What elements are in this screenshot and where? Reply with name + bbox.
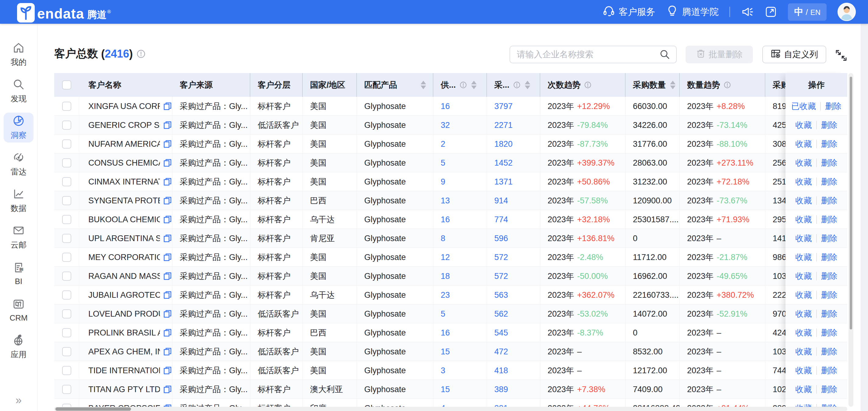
records-count-link[interactable]: 572 [487, 248, 540, 267]
delete-link[interactable]: 删除 [821, 289, 838, 301]
info-icon[interactable] [460, 81, 467, 89]
records-count-link[interactable]: 3797 [487, 97, 540, 116]
row-checkbox[interactable] [62, 385, 71, 394]
suppliers-count-link[interactable]: 32 [433, 116, 487, 134]
copy-icon[interactable] [163, 385, 172, 394]
records-count-link[interactable]: 1371 [487, 172, 540, 191]
delete-link[interactable]: 删除 [821, 138, 838, 150]
favorite-link[interactable]: 收藏 [796, 327, 812, 338]
sort-icon[interactable] [471, 81, 477, 89]
select-all-checkbox[interactable] [62, 81, 71, 90]
sidebar-item-cloudmail[interactable]: 云邮 [4, 222, 33, 252]
suppliers-count-link[interactable]: 12 [433, 248, 487, 267]
delete-link[interactable]: 删除 [821, 346, 838, 357]
copy-icon[interactable] [163, 290, 172, 299]
batch-delete-button[interactable]: 批量删除 [686, 46, 753, 63]
sidebar-item-crm[interactable]: CRM [4, 295, 33, 325]
delete-link[interactable]: 删除 [821, 252, 838, 263]
suppliers-count-link[interactable]: 2 [433, 134, 487, 153]
sort-icon[interactable] [421, 81, 426, 89]
suppliers-count-link[interactable]: 16 [433, 210, 487, 229]
sidebar-item-radar[interactable]: 雷达 [4, 149, 33, 179]
row-checkbox[interactable] [62, 215, 71, 224]
customer-name-cell[interactable]: CONSUS CHEMICAL [79, 153, 173, 172]
records-count-link[interactable]: 389 [487, 380, 540, 399]
suppliers-count-link[interactable]: 18 [433, 267, 487, 286]
records-count-link[interactable]: 572 [487, 267, 540, 286]
sidebar-item-discover[interactable]: 发现 [4, 76, 33, 106]
favorite-link[interactable]: 收藏 [796, 346, 812, 357]
copy-icon[interactable] [163, 102, 172, 111]
favorite-link[interactable]: 收藏 [796, 214, 812, 225]
row-checkbox[interactable] [62, 404, 71, 407]
row-checkbox[interactable] [62, 121, 71, 130]
suppliers-count-link[interactable]: 8 [433, 229, 487, 248]
suppliers-count-link[interactable]: 16 [433, 97, 487, 116]
records-count-link[interactable]: 914 [487, 191, 540, 210]
delete-link[interactable]: 删除 [821, 214, 838, 225]
copy-icon[interactable] [163, 309, 172, 318]
copy-icon[interactable] [163, 234, 172, 243]
collapse-table-icon[interactable] [835, 49, 848, 62]
delete-link[interactable]: 删除 [825, 101, 841, 112]
favorite-link[interactable]: 收藏 [796, 176, 812, 187]
copy-icon[interactable] [163, 328, 172, 337]
sidebar-item-my[interactable]: 我的 [4, 39, 33, 69]
records-count-link[interactable]: 545 [487, 323, 540, 342]
copy-icon[interactable] [163, 215, 172, 224]
nav-customer-service[interactable]: 客户服务 [603, 5, 655, 19]
customer-name-cell[interactable]: PROLINK BRASIL AG [79, 323, 173, 342]
favorite-link[interactable]: 收藏 [796, 233, 812, 244]
records-count-link[interactable]: 472 [487, 342, 540, 361]
records-count-link[interactable]: 562 [487, 305, 540, 323]
records-count-link[interactable]: 774 [487, 210, 540, 229]
suppliers-count-link[interactable]: 23 [433, 286, 487, 305]
favorite-link[interactable]: 收藏 [796, 157, 812, 168]
row-checkbox[interactable] [62, 328, 71, 337]
row-checkbox[interactable] [62, 366, 71, 375]
customer-name-cell[interactable]: XINGFA USA CORPO [79, 97, 173, 116]
records-count-link[interactable]: 1820 [487, 134, 540, 153]
favorite-link[interactable]: 收藏 [796, 120, 812, 131]
suppliers-count-link[interactable]: 3 [433, 361, 487, 380]
language-toggle[interactable]: 中 / EN [788, 3, 827, 21]
row-checkbox[interactable] [62, 272, 71, 281]
horizontal-scrollbar-thumb[interactable] [56, 407, 131, 411]
suppliers-count-link[interactable]: 9 [433, 172, 487, 191]
sidebar-collapse-chevrons[interactable]: » [0, 394, 37, 407]
row-checkbox[interactable] [62, 347, 71, 356]
sidebar-item-apps[interactable]: 应用 [4, 332, 33, 362]
custom-columns-button[interactable]: 自定义列 [762, 46, 826, 63]
copy-icon[interactable] [163, 404, 172, 407]
favorite-link[interactable]: 已收藏 [791, 101, 816, 112]
delete-link[interactable]: 删除 [821, 365, 838, 376]
delete-link[interactable]: 删除 [821, 403, 838, 407]
copy-icon[interactable] [163, 272, 172, 281]
favorite-link[interactable]: 收藏 [796, 308, 812, 319]
suppliers-count-link[interactable]: 15 [433, 342, 487, 361]
customer-name-cell[interactable]: UPL ARGENTINA S. [79, 229, 173, 248]
records-count-link[interactable]: 596 [487, 229, 540, 248]
info-icon[interactable] [136, 49, 146, 59]
customer-name-cell[interactable]: RAGAN AND MASSE [79, 267, 173, 286]
copy-icon[interactable] [163, 177, 172, 186]
suppliers-count-link[interactable]: 13 [433, 191, 487, 210]
copy-icon[interactable] [163, 366, 172, 375]
fullscreen-icon[interactable] [765, 6, 777, 18]
favorite-link[interactable]: 收藏 [796, 384, 812, 395]
records-count-link[interactable]: 2271 [487, 116, 540, 134]
customer-name-cell[interactable]: SYNGENTA PROTEC [79, 191, 173, 210]
row-checkbox[interactable] [62, 139, 71, 149]
favorite-link[interactable]: 收藏 [796, 271, 812, 282]
copy-icon[interactable] [163, 139, 172, 149]
user-avatar[interactable] [838, 3, 856, 21]
suppliers-count-link[interactable]: 5 [433, 305, 487, 323]
customer-name-cell[interactable]: GENERIC CROP SCI [79, 116, 173, 134]
customer-name-cell[interactable]: MEY CORPORATION [79, 248, 173, 267]
tendata-logo[interactable]: endata 腾道 ® [17, 1, 111, 23]
search-icon[interactable] [660, 49, 670, 60]
suppliers-count-link[interactable]: 5 [433, 153, 487, 172]
sidebar-item-insight[interactable]: 洞察 [4, 113, 33, 143]
customer-name-cell[interactable]: CINMAX INTERNATIO [79, 172, 173, 191]
delete-link[interactable]: 删除 [821, 271, 838, 282]
